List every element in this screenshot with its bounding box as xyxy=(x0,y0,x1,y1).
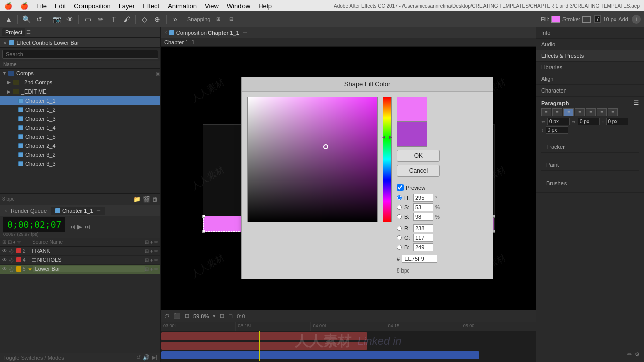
preview-checkbox[interactable] xyxy=(397,184,404,191)
toggle-switches-label[interactable]: Toggle Switches / Modes xyxy=(3,355,64,361)
tree-item-edit-me[interactable]: ▶ _EDIT ME xyxy=(0,87,160,96)
camera-tool[interactable]: 📷 xyxy=(51,14,62,25)
rp-tab-brushes[interactable]: Brushes xyxy=(541,177,639,189)
rp-pencil-icon[interactable]: ✏ xyxy=(627,351,632,358)
tree-item-chapter15[interactable]: Chapter 1_5 xyxy=(0,132,160,141)
para-justify-all[interactable]: ≡ xyxy=(608,108,618,116)
rp-tab-paint[interactable]: Paint xyxy=(541,159,639,171)
para-align-center[interactable]: ≡ xyxy=(552,108,562,116)
frank-eye[interactable]: 👁 xyxy=(2,248,7,254)
s-input[interactable] xyxy=(413,203,433,211)
cb-zoom-dropdown[interactable]: ▾ xyxy=(213,313,216,319)
nichols-eye[interactable]: 👁 xyxy=(2,257,7,263)
rp-tab-character[interactable]: Character xyxy=(536,85,644,97)
comp-close-btn[interactable]: × xyxy=(164,30,167,35)
layer-nichols[interactable]: 👁 ◎ 4 T ☰ NICHOLS ⊞ ♦ ✏ xyxy=(0,256,160,265)
rp-tab-align[interactable]: Align xyxy=(536,73,644,85)
step-back-btn[interactable]: ⏮ xyxy=(69,223,75,230)
tree-item-2nd-comps[interactable]: ▶ _2nd Comps xyxy=(0,78,160,87)
menu-effect[interactable]: Effect xyxy=(143,2,159,10)
b-radio[interactable] xyxy=(397,214,402,219)
rotate-tool[interactable]: ↺ xyxy=(34,14,45,25)
para-input-right[interactable] xyxy=(578,118,600,125)
para-align-right[interactable]: ≡ xyxy=(564,108,574,116)
layer-lower-bar[interactable]: 👁 ◎ 5 ★ Lower Bar ⊞ ♦ ✏ xyxy=(0,265,160,274)
playhead[interactable] xyxy=(259,331,260,361)
snapping-toggle[interactable]: ⊞ xyxy=(213,14,224,25)
search-input[interactable] xyxy=(2,50,158,59)
ok-button[interactable]: OK xyxy=(397,150,440,162)
rp-tab-info[interactable]: Info xyxy=(536,27,644,39)
puppet-tool[interactable]: ⊕ xyxy=(152,14,163,25)
stroke-swatch[interactable] xyxy=(582,16,591,23)
new-folder-btn[interactable]: 📁 xyxy=(133,196,141,203)
r-input[interactable] xyxy=(413,224,433,232)
play-pause-btn[interactable]: ▶ xyxy=(77,223,82,230)
cb-zoom[interactable]: 59.8% xyxy=(193,313,209,319)
para-input-left[interactable] xyxy=(547,118,570,125)
menu-layer[interactable]: Layer xyxy=(119,2,135,10)
g-input[interactable] xyxy=(413,234,433,242)
rp-settings-icon[interactable]: ⚙ xyxy=(635,351,640,358)
comp-tab-menu[interactable]: ☰ xyxy=(96,208,101,213)
h-radio[interactable] xyxy=(397,195,402,200)
tree-item-chapter32[interactable]: Chapter 3_2 xyxy=(0,150,160,159)
cb-time-icon[interactable]: ⏱ xyxy=(164,313,170,319)
menu-composition[interactable]: Composition xyxy=(74,2,110,10)
pen-tool[interactable]: ✏ xyxy=(95,14,106,25)
add-btn[interactable]: + xyxy=(632,15,641,24)
color-spectrum-bar[interactable]: ◄ ► xyxy=(383,97,392,222)
para-justify-left[interactable]: ≡ xyxy=(575,108,585,116)
color-preview-new[interactable] xyxy=(397,97,427,122)
view-tool[interactable]: 👁 xyxy=(64,14,75,25)
menu-edit[interactable]: Edit xyxy=(55,2,66,10)
more-tools[interactable]: » xyxy=(170,14,181,25)
cb-fit-icon[interactable]: ⊡ xyxy=(220,313,224,319)
tree-item-comps[interactable]: ▼ Comps ▣ xyxy=(0,69,160,78)
b-input[interactable] xyxy=(413,213,433,221)
comp-view[interactable]: 人人素材 人人素材 人人素材 人人素材 人人素材 人人素材 人人素材 人人素材 … xyxy=(161,47,536,310)
brush-tool[interactable]: 🖌 xyxy=(121,14,132,25)
fill-color-swatch[interactable] xyxy=(551,16,560,23)
para-justify-right[interactable]: ≡ xyxy=(597,108,607,116)
select-tool[interactable]: ▲ xyxy=(3,14,14,25)
ec-close-btn[interactable]: × xyxy=(3,40,6,46)
b2-input[interactable] xyxy=(413,243,433,251)
tree-item-chapter24[interactable]: Chapter 2_4 xyxy=(0,141,160,150)
para-menu[interactable]: ☰ xyxy=(634,100,639,106)
render-queue-tab[interactable]: × Render Queue xyxy=(0,207,51,215)
app-name[interactable]: 🍎 xyxy=(20,2,28,10)
b2-radio[interactable] xyxy=(397,245,402,250)
step-fwd-btn[interactable]: ⏭ xyxy=(84,223,90,230)
menu-window[interactable]: Window xyxy=(227,2,250,10)
track-frank[interactable] xyxy=(161,332,367,340)
g-radio[interactable] xyxy=(397,235,402,240)
lower-bar-solo[interactable]: ◎ xyxy=(9,266,14,272)
stroke-value[interactable]: 7 xyxy=(594,15,601,23)
h-input[interactable] xyxy=(413,194,433,202)
tree-item-chapter13[interactable]: Chapter 1_3 xyxy=(0,114,160,123)
cb-render-icon[interactable]: ⬛ xyxy=(174,313,181,319)
comp-timeline-tab[interactable]: Chapter 1_1 ☰ xyxy=(51,207,105,215)
tree-item-chapter12[interactable]: Chapter 1_2 xyxy=(0,105,160,114)
panel-menu-icon[interactable]: ☰ xyxy=(26,29,31,35)
menu-animation[interactable]: Animation xyxy=(168,2,197,10)
zoom-tool[interactable]: 🔍 xyxy=(21,14,32,25)
delete-item-btn[interactable]: 🗑 xyxy=(152,196,158,203)
loop-btn[interactable]: ↺ xyxy=(136,354,141,361)
shape-tool[interactable]: ◇ xyxy=(139,14,150,25)
para-align-left[interactable]: ≡ xyxy=(541,108,551,116)
nichols-solo[interactable]: ◎ xyxy=(9,257,14,263)
menu-view[interactable]: View xyxy=(205,2,219,10)
rp-tab-libraries[interactable]: Libraries xyxy=(536,62,644,73)
rect-tool[interactable]: ▭ xyxy=(82,14,93,25)
color-gradient-picker[interactable] xyxy=(247,97,378,222)
tree-item-chapter14[interactable]: Chapter 1_4 xyxy=(0,123,160,132)
track-nichols[interactable] xyxy=(161,342,367,350)
rp-tab-audio[interactable]: Audio xyxy=(536,39,644,50)
text-tool[interactable]: T xyxy=(108,14,119,25)
project-tab[interactable]: Project xyxy=(2,28,25,36)
para-input-bottom[interactable] xyxy=(546,126,568,134)
para-justify-center[interactable]: ≡ xyxy=(586,108,596,116)
s-radio[interactable] xyxy=(397,205,402,210)
